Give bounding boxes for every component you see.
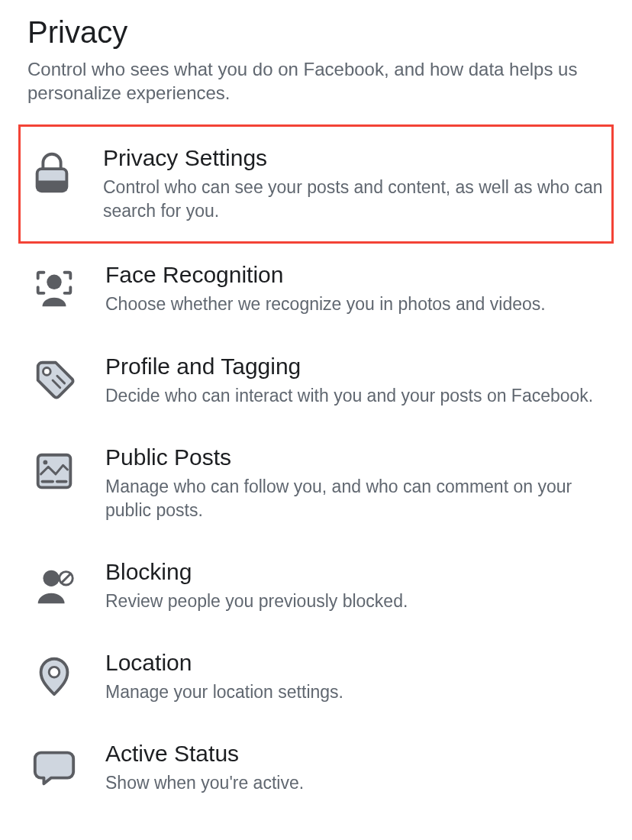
face-recognition-icon [31,265,78,312]
option-title: Profile and Tagging [105,354,601,380]
option-profile-tagging[interactable]: Profile and Tagging Decide who can inter… [27,335,605,426]
option-title: Location [105,650,601,676]
svg-point-3 [43,367,50,375]
option-desc: Decide who can interact with you and you… [105,384,601,408]
option-title: Active Status [105,741,601,767]
image-post-icon [31,447,78,495]
option-desc: Choose whether we recognize you in photo… [105,292,601,316]
privacy-option-list: Privacy Settings Control who can see you… [27,124,605,813]
location-pin-icon [31,653,78,700]
svg-point-13 [49,667,60,677]
option-desc: Review people you previously blocked. [105,590,601,613]
option-blocking[interactable]: Blocking Review people you previously bl… [27,541,605,632]
tag-icon [31,357,78,404]
option-public-posts[interactable]: Public Posts Manage who can follow you, … [27,426,605,541]
lock-icon [28,148,76,195]
option-title: Privacy Settings [103,145,604,171]
block-user-icon [31,562,78,609]
svg-point-10 [43,570,59,586]
option-desc: Manage your location settings. [105,680,601,704]
option-title: Face Recognition [105,262,601,288]
option-desc: Manage who can follow you, and who can c… [105,475,601,522]
svg-point-2 [47,275,61,289]
option-title: Blocking [105,559,601,585]
option-location[interactable]: Location Manage your location settings. [27,632,605,722]
option-active-status[interactable]: Active Status Show when you're active. [27,722,605,813]
option-desc: Control who can see your posts and conte… [103,176,604,223]
option-privacy-settings[interactable]: Privacy Settings Control who can see you… [18,124,614,244]
option-face-recognition[interactable]: Face Recognition Choose whether we recog… [27,244,605,334]
page-subtitle: Control who sees what you do on Facebook… [27,57,605,105]
chat-bubble-icon [31,744,78,791]
option-desc: Show when you're active. [105,771,601,795]
svg-point-7 [43,460,47,464]
option-title: Public Posts [105,444,601,470]
page-title: Privacy [27,15,605,50]
